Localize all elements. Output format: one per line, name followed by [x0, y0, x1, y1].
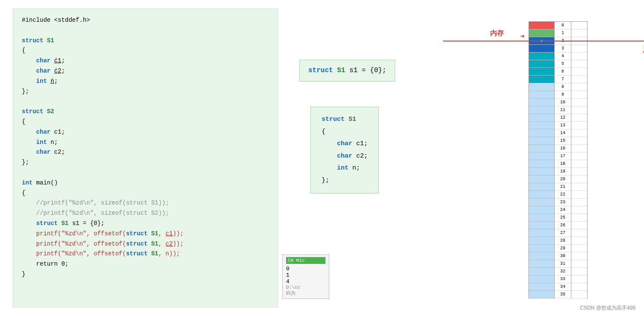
struct-popup: struct S1 s1 = {0};: [299, 60, 395, 82]
mem-num-15: 15: [555, 137, 571, 145]
mem-num-33: 33: [555, 275, 571, 283]
blank2: [22, 97, 269, 107]
mem-cell-19: [529, 168, 554, 176]
mem-cell-22: [529, 191, 554, 199]
mem-num-25: 25: [555, 214, 571, 222]
memory-color-column: ✕: [529, 22, 555, 298]
mem-num-16: 16: [555, 145, 571, 152]
struct-def-n: int n;: [322, 162, 368, 175]
mem-num-19: 19: [555, 168, 571, 176]
mem-num-31: 31: [555, 260, 571, 268]
mem-num-34: 34: [555, 283, 571, 291]
s2-brace-close: };: [22, 158, 269, 168]
printf-n: printf("%zd\n", offsetof(struct S1, n));: [22, 249, 269, 259]
memory-number-column: 0 1 2 3 4 5 6 7 8 9 10 11 12 13 14 15 16…: [555, 22, 571, 298]
mem-num-11: 11: [555, 106, 571, 114]
memory-section: 内存 ➜ ↓ ✕: [529, 9, 635, 316]
mem-num-1: 1: [555, 29, 571, 37]
s2-brace-open: {: [22, 117, 269, 127]
output-header: CN Mic: [286, 257, 325, 264]
s1-char-c2: char ċ2;: [22, 66, 269, 76]
mem-cell-29: [529, 245, 554, 252]
struct-def-brace-close: };: [322, 175, 368, 187]
mem-num-3: 3: [555, 45, 571, 53]
output-note: 码为: [286, 290, 325, 296]
comment1: //printf("%zd\n", sizeof(struct S1));: [22, 198, 269, 208]
mem-cell-1: [529, 29, 554, 37]
mem-num-6: 6: [555, 68, 571, 76]
mem-cell-13: [529, 122, 554, 129]
output-popup: CN Mic 0 1 4 D:\cc 码为: [282, 255, 329, 299]
mem-cell-5: [529, 60, 554, 68]
mem-num-22: 22: [555, 191, 571, 199]
main-brace-open: {: [22, 188, 269, 199]
struct-s1-line: struct S1: [22, 36, 269, 46]
include-line: #include <stddef.h>: [22, 15, 269, 26]
output-line-1: 1: [286, 272, 325, 278]
mem-num-4: 4: [555, 53, 571, 60]
output-line-0: 0: [286, 266, 325, 272]
mem-num-5: 5: [555, 60, 571, 68]
comment2: //printf("%zd\n", sizeof(struct S2));: [22, 208, 269, 219]
mem-num-8: 8: [555, 83, 571, 91]
mem-cell-18: [529, 160, 554, 168]
memory-arrow: ➜: [520, 32, 525, 41]
mem-cell-33: [529, 275, 554, 283]
mem-cell-30: [529, 252, 554, 260]
mem-num-24: 24: [555, 206, 571, 214]
s2-int-n: int n;: [22, 138, 269, 148]
csdn-label: CSDN @想成为高手499: [580, 304, 635, 312]
mem-cell-12: [529, 114, 554, 122]
mem-num-7: 7: [555, 76, 571, 83]
mem-num-23: 23: [555, 199, 571, 206]
mem-cell-25: [529, 214, 554, 222]
mem-num-32: 32: [555, 268, 571, 275]
mem-num-29: 29: [555, 245, 571, 252]
mem-cell-0: [529, 22, 554, 29]
s1-brace-close: };: [22, 87, 269, 97]
mem-num-21: 21: [555, 183, 571, 191]
mem-num-0: 0: [555, 22, 571, 29]
mem-cell-27: [529, 229, 554, 237]
s1-char-c1: char ċ1;: [22, 56, 269, 66]
mem-num-30: 30: [555, 252, 571, 260]
mem-cell-4: [529, 53, 554, 60]
mem-cell-14: [529, 129, 554, 137]
mem-cell-23: [529, 199, 554, 206]
mem-cell-8: [529, 83, 554, 91]
struct-def-box: struct S1 { char c1; char c2; int n; };: [310, 107, 379, 193]
output-line-4: 4: [286, 278, 325, 285]
struct-def-brace-open: {: [322, 126, 368, 138]
blank1: [22, 26, 269, 36]
struct-def-keyword: struct S1: [322, 114, 368, 126]
s1-int-n: int ṅ;: [22, 76, 269, 87]
mem-cell-20: [529, 176, 554, 183]
mem-num-20: 20: [555, 176, 571, 183]
mem-cell-16: [529, 145, 554, 152]
middle-area: struct S1 s1 = {0}; CN Mic 0 1 4 D:\cc 码…: [282, 0, 529, 316]
mem-num-13: 13: [555, 122, 571, 129]
blank3: [22, 168, 269, 178]
mem-num-17: 17: [555, 152, 571, 160]
printf-c1: printf("%zd\n", offsetof(struct S1, c1))…: [22, 229, 269, 239]
mem-cell-9: [529, 91, 554, 99]
mem-num-14: 14: [555, 129, 571, 137]
mem-cell-32: [529, 268, 554, 275]
memory-label: 内存: [490, 29, 504, 38]
mem-cell-34: [529, 283, 554, 291]
mem-cell-24: [529, 206, 554, 214]
mem-num-26: 26: [555, 222, 571, 229]
mem-cell-26: [529, 222, 554, 229]
mem-cell-15: [529, 137, 554, 145]
struct-def-c1: char c1;: [322, 138, 368, 150]
s2-char-c2: char c2;: [22, 147, 269, 158]
memory-grid: ✕: [529, 21, 588, 298]
mem-cell-6: [529, 68, 554, 76]
mem-cell-7: [529, 76, 554, 83]
code-panel: #include <stddef.h> struct S1 { char ċ1;…: [13, 9, 278, 307]
mem-cell-31: [529, 260, 554, 268]
mem-cell-10: [529, 99, 554, 106]
mem-num-18: 18: [555, 160, 571, 168]
mem-num-12: 12: [555, 114, 571, 122]
return-line: return 0;: [22, 259, 269, 269]
